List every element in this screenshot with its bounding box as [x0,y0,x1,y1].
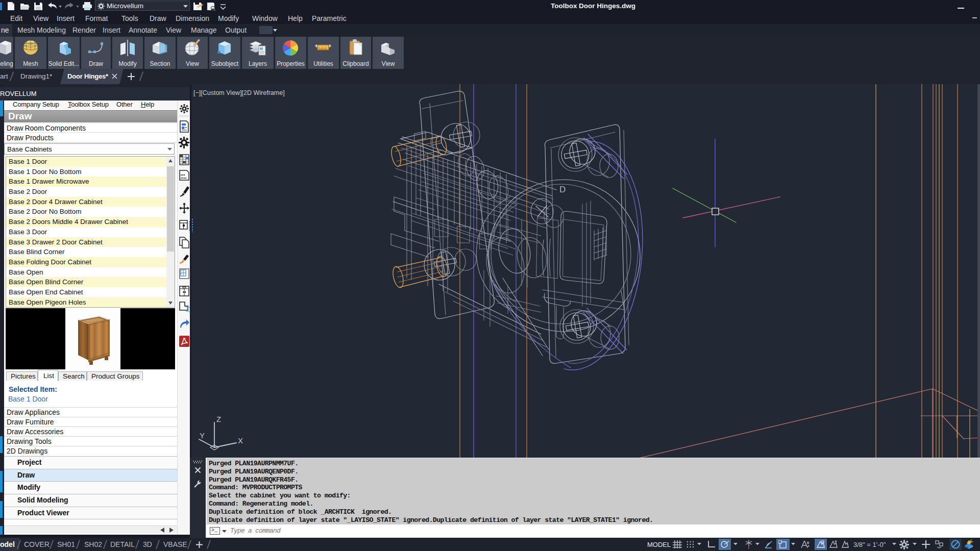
svg-text:[−][Custom View][2D Wireframe]: [−][Custom View][2D Wireframe] [193,89,285,96]
svg-text:Z: Z [216,415,221,423]
svg-text:D: D [559,185,566,194]
svg-text:Y: Y [200,431,205,440]
svg-text:X: X [238,436,243,445]
